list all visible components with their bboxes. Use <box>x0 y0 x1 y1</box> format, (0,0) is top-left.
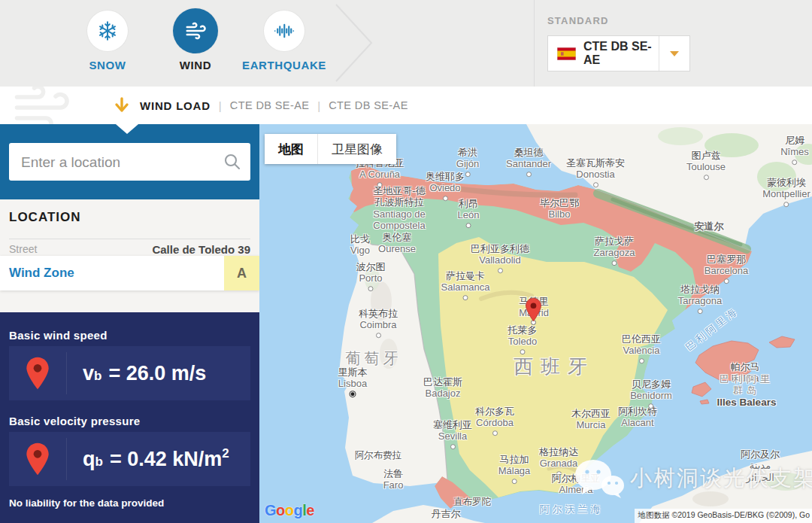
breadcrumb-title: WIND LOAD <box>140 99 211 112</box>
step-wind[interactable]: WIND <box>159 11 232 71</box>
wind-zone-badge: A <box>224 256 259 290</box>
city-marker <box>465 172 470 177</box>
breadcrumb-item-code: CTE DB SE-AE <box>329 99 408 111</box>
map-label: 安道尔 <box>695 220 724 232</box>
step-wind-label: WIND <box>159 59 232 71</box>
map-view-button[interactable]: 地图 <box>265 134 317 164</box>
map-label: 托莱多Toledo <box>508 324 538 354</box>
map-label: 尼姆Nîmes <box>780 135 809 165</box>
city-marker <box>368 286 374 291</box>
velocity-pressure-value: qb= 0.42 kN/m2 <box>83 432 229 486</box>
map-label: 巴利亚多利德Valladolid <box>471 243 529 273</box>
map-label: 阿尔布费拉 <box>355 450 402 461</box>
search-icon[interactable] <box>223 153 241 171</box>
map-label: 比戈Vigo <box>350 233 370 257</box>
map-attribution: 地图数据 ©2019 GeoBasis-DE/BKG (©2009), Go <box>635 509 812 523</box>
map-label: 阿尔沃兰海 <box>540 503 604 515</box>
step-chevron-divider <box>323 0 383 87</box>
value-divider <box>66 438 67 480</box>
map-label: 直布罗陀 <box>453 497 491 508</box>
city-marker <box>511 479 517 484</box>
map-label: 巴达霍斯Badajoz <box>423 376 462 400</box>
city-marker <box>376 333 381 338</box>
city-marker <box>526 172 532 177</box>
map-label: 奥维耶多Oviedo <box>426 171 465 201</box>
velocity-pressure-value-box: qb= 0.42 kN/m2 <box>9 432 250 486</box>
watermark-text: 小树洞谈光伏支架 <box>630 464 812 494</box>
standard-section: STANDARD CTE DB SE-AE <box>547 0 690 71</box>
map-label: 阿利坎特Alacant <box>618 406 657 429</box>
satellite-view-button[interactable]: 卫星图像 <box>318 134 396 164</box>
map-label: 奥伦塞Ourense <box>378 232 416 255</box>
map-label: 木尔西亚Murcia <box>571 408 611 431</box>
street-value: Calle de Toledo 39 <box>152 243 250 256</box>
map-pin-icon <box>9 432 66 486</box>
map-label: 塞维利亚Sevilla <box>433 419 472 449</box>
city-marker <box>492 430 498 436</box>
standard-selected-value: CTE DB SE-AE <box>583 40 659 67</box>
city-marker <box>465 223 471 228</box>
results-panel: Basic wind speed vb= 26.0 m/s Basic velo… <box>0 312 259 523</box>
map-label: 法鲁Faro <box>383 468 404 491</box>
standard-label: STANDARD <box>547 15 690 26</box>
map-label: 圣地亚哥-德 孔波斯特拉Santiago de Compostela <box>373 185 425 231</box>
dropdown-caret-button[interactable] <box>659 36 689 71</box>
location-divider <box>9 239 250 239</box>
standard-dropdown[interactable]: CTE DB SE-AE <box>547 35 690 71</box>
location-pin-icon <box>525 297 542 322</box>
step-snow-label: SNOW <box>71 59 144 71</box>
map-label: 图卢兹Toulouse <box>686 150 726 180</box>
map-label: 巴利阿里群岛Illes Balears <box>714 373 780 409</box>
map-label: 桑坦德Santander <box>506 147 551 177</box>
map-label: 贝尼多姆Benidorm <box>630 379 672 409</box>
chevron-down-icon <box>670 51 679 56</box>
map-label: 塔拉戈纳Tarragona <box>678 284 723 314</box>
breadcrumb-separator: | <box>219 99 222 112</box>
step-earthquake[interactable]: EARTHQUAKE <box>239 11 329 71</box>
search-panel <box>0 124 259 199</box>
snowflake-icon <box>87 11 128 51</box>
city-marker <box>611 260 617 266</box>
wechat-icon <box>573 457 626 500</box>
wind-load-app: SNOW WIND <box>0 0 812 523</box>
city-marker <box>520 349 526 354</box>
city-marker <box>498 268 503 273</box>
wind-zone-label: Wind Zone <box>9 256 74 290</box>
wind-icon <box>173 8 218 53</box>
map-label: 科英布拉Coimbra <box>359 308 398 338</box>
map-canvas[interactable]: 拉科鲁尼亚A Coruña希洪Gijón桑坦德Santander圣塞瓦斯蒂安Do… <box>259 124 812 523</box>
city-marker <box>443 196 448 201</box>
wind-speed-value: vb= 26.0 m/s <box>83 346 206 400</box>
map-pin-icon <box>9 346 66 400</box>
wind-speed-value-box: vb= 26.0 m/s <box>9 346 250 400</box>
breadcrumb-item-standard: CTE DB SE-AE <box>230 99 310 111</box>
city-marker <box>723 278 729 284</box>
map-label: 马拉加Málaga <box>498 454 531 484</box>
step-snow[interactable]: SNOW <box>71 11 144 71</box>
map-label: 圣塞瓦斯蒂安Donostia <box>566 157 625 187</box>
city-marker <box>639 358 644 363</box>
velocity-pressure-heading: Basic velocity pressure <box>9 415 141 427</box>
city-marker <box>792 160 798 165</box>
map-label: 里斯本Lisboa <box>338 366 368 397</box>
street-label: Street <box>9 243 37 255</box>
search-input[interactable] <box>20 143 211 182</box>
header-divider <box>534 0 535 87</box>
location-heading: LOCATION <box>9 210 81 225</box>
google-logo[interactable]: Google <box>265 502 314 519</box>
spain-flag-icon <box>557 47 576 60</box>
city-marker <box>450 444 456 449</box>
location-panel: LOCATION Street Calle de Toledo 39 Wind … <box>0 199 259 312</box>
city-marker <box>593 182 598 187</box>
map-label: 毕尔巴鄂Bilbo <box>540 197 579 220</box>
map-label: 丹吉尔 <box>432 508 461 519</box>
step-header: SNOW WIND <box>0 0 812 87</box>
disclaimer-text: No liability for the data provided <box>9 497 164 509</box>
breadcrumb-bar: WIND LOAD | CTE DB SE-AE | CTE DB SE-AE <box>0 87 812 124</box>
map-label: 葡萄牙 <box>346 350 402 368</box>
wind-zone-row: Wind Zone A <box>0 256 259 290</box>
earthquake-icon <box>264 11 304 51</box>
city-marker <box>648 403 653 409</box>
wind-speed-heading: Basic wind speed <box>9 329 108 342</box>
arrow-down-icon <box>113 96 131 114</box>
